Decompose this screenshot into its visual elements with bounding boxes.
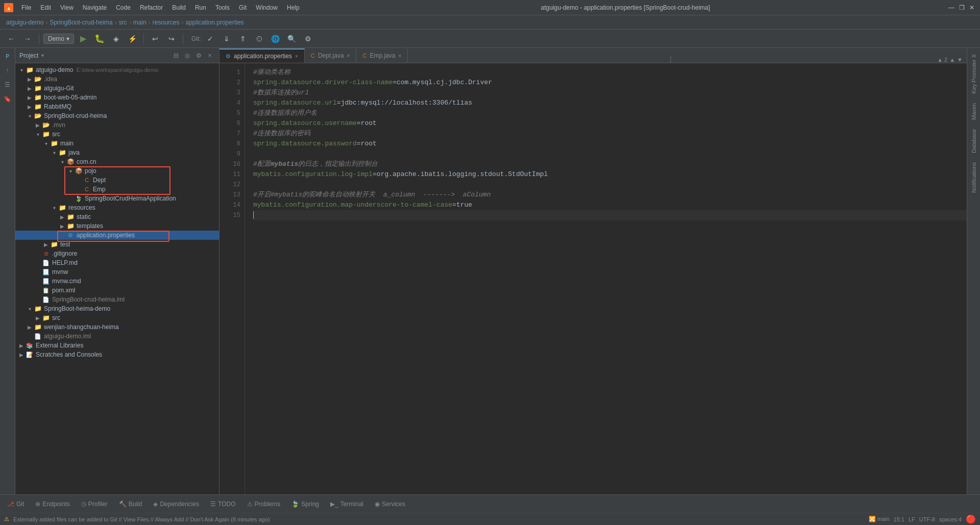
tree-item-springboot-crud[interactable]: ▾ 📂 SpringBoot-crud-heima: [15, 111, 219, 120]
nav-up[interactable]: ▲: [949, 57, 955, 63]
menu-build[interactable]: Build: [168, 3, 190, 12]
settings-button[interactable]: ⚙: [301, 32, 315, 46]
breadcrumb-module[interactable]: SpringBoot-crud-heima: [50, 19, 112, 26]
tree-item-root[interactable]: ▾ 📁 atguigu-demo E:\idea-workspace\atgui…: [15, 65, 219, 74]
right-panel-notifications[interactable]: Notifications: [971, 158, 977, 197]
bottom-tab-problems[interactable]: ⚠ Problems: [242, 498, 286, 510]
menu-edit[interactable]: Edit: [36, 3, 55, 12]
bottom-tab-dependencies[interactable]: ◈ Dependencies: [148, 498, 204, 510]
bottom-tab-terminal[interactable]: ▶_ Terminal: [325, 498, 369, 510]
redo-button[interactable]: ↪: [164, 32, 179, 46]
panel-settings[interactable]: ⚙: [193, 51, 204, 61]
tab-emp-java[interactable]: C Emp.java ×: [356, 48, 408, 63]
tree-item-mvnw[interactable]: ▶ 📃 mvnw: [15, 267, 219, 277]
forward-button[interactable]: →: [20, 32, 35, 46]
git-push-button[interactable]: ⇑: [236, 32, 250, 46]
undo-button[interactable]: ↩: [148, 32, 162, 46]
code-editor[interactable]: 1 2 3 4 5 6 7 8 9 10 11 12 13 14 15 #驱动类…: [219, 63, 967, 494]
line-sep[interactable]: LF: [909, 514, 915, 524]
window-controls[interactable]: — ❐ ✕: [947, 4, 976, 12]
tab-close-dept[interactable]: ×: [347, 53, 350, 59]
right-panel-key-promoter[interactable]: Key Promoter X: [971, 50, 977, 98]
commit-icon[interactable]: ↑: [2, 64, 14, 77]
tree-item-main[interactable]: ▾ 📁 main: [15, 139, 219, 148]
tree-item-atguigu-git[interactable]: ▶ 📁 atguigu-Git: [15, 84, 219, 93]
bottom-tab-todo[interactable]: ☰ TODO: [205, 498, 240, 510]
encoding[interactable]: UTF-8: [919, 514, 935, 524]
menu-bar[interactable]: File Edit View Navigate Code Refactor Bu…: [17, 3, 304, 12]
git-check-button[interactable]: ✓: [203, 32, 217, 46]
menu-code[interactable]: Code: [112, 3, 135, 12]
code-line-15[interactable]: [253, 210, 967, 220]
menu-view[interactable]: View: [56, 3, 78, 12]
back-button[interactable]: ←: [4, 32, 18, 46]
tree-item-src2[interactable]: ▶ 📁 src: [15, 313, 219, 322]
tree-item-mvn[interactable]: ▶ 📂 .mvn: [15, 120, 219, 130]
run-button[interactable]: ▶: [76, 32, 90, 46]
breadcrumb-src[interactable]: src: [119, 19, 127, 26]
structure-icon[interactable]: ☰: [2, 79, 14, 91]
panel-hide[interactable]: ×: [205, 51, 215, 61]
tree-item-src[interactable]: ▾ 📁 src: [15, 130, 219, 139]
tree-item-dept[interactable]: ▶ C Dept: [15, 176, 219, 185]
tree-item-ext-libs[interactable]: ▶ 📚 External Libraries: [15, 341, 219, 350]
tree-item-boot-web[interactable]: ▶ 📁 boot-web-05-admin: [15, 93, 219, 102]
bookmarks-icon[interactable]: 🔖: [2, 93, 14, 105]
menu-navigate[interactable]: Navigate: [79, 3, 111, 12]
menu-git[interactable]: Git: [235, 3, 251, 12]
project-icon[interactable]: P: [2, 50, 14, 62]
tree-item-templates[interactable]: ▶ 📁 templates: [15, 221, 219, 231]
debug-button[interactable]: 🐛: [92, 32, 107, 46]
tree-item-gitignore[interactable]: ▶ ⊘ .gitignore: [15, 249, 219, 258]
nav-down[interactable]: ▼: [957, 57, 963, 63]
bottom-tab-git[interactable]: ⎇ Git: [2, 498, 29, 510]
panel-locate[interactable]: ◎: [182, 51, 192, 61]
menu-window[interactable]: Window: [252, 3, 282, 12]
menu-file[interactable]: File: [17, 3, 35, 12]
tree-item-wenjian[interactable]: ▶ 📁 wenjian-shangchuan-heima: [15, 322, 219, 332]
tree-item-emp[interactable]: ▶ C Emp: [15, 185, 219, 194]
breadcrumb-main[interactable]: main: [133, 19, 146, 26]
breadcrumb-project[interactable]: atguigu-demo: [6, 19, 43, 26]
tab-app-props[interactable]: ⚙ application.properties ×: [219, 48, 305, 63]
git-status[interactable]: 🔀 main: [869, 514, 890, 524]
profile-button[interactable]: ⚡: [125, 32, 139, 46]
git-update-button[interactable]: ⇓: [219, 32, 234, 46]
tree-item-idea[interactable]: ▶ 📂 .idea: [15, 74, 219, 84]
bottom-tab-endpoints[interactable]: ⊕ Endpoints: [30, 498, 75, 510]
run-config-selector[interactable]: Demo ▾: [43, 34, 74, 44]
git-history-button[interactable]: ⏲: [252, 32, 266, 46]
tab-dept-java[interactable]: C Dept.java ×: [305, 48, 357, 63]
breadcrumb-file[interactable]: application.properties: [186, 19, 244, 26]
tree-item-mvnwcmd[interactable]: ▶ 📃 mvnw.cmd: [15, 277, 219, 286]
coverage-button[interactable]: ◈: [109, 32, 123, 46]
bottom-tab-spring[interactable]: 🍃 Spring: [286, 498, 324, 510]
menu-run[interactable]: Run: [191, 3, 210, 12]
search-button[interactable]: 🔍: [285, 32, 299, 46]
translate-button[interactable]: 🌐: [268, 32, 283, 46]
menu-tools[interactable]: Tools: [211, 3, 234, 12]
tree-item-resources[interactable]: ▾ 📁 resources: [15, 203, 219, 212]
bottom-tab-profiler[interactable]: ◷ Profiler: [76, 498, 113, 510]
panel-collapse-all[interactable]: ⊟: [171, 51, 181, 61]
tree-item-iml[interactable]: ▶ 📄 SpringBoot-crud-heima.iml: [15, 295, 219, 304]
tree-item-atguigu-iml[interactable]: ▶ 📄 atguigu-demo.iml: [15, 332, 219, 341]
line-col[interactable]: 15:1: [894, 514, 904, 524]
maximize-button[interactable]: ❐: [958, 4, 966, 12]
menu-refactor[interactable]: Refactor: [136, 3, 167, 12]
right-panel-database[interactable]: Database: [971, 125, 977, 157]
tree-item-pomxml[interactable]: ▶ 📋 pom.xml: [15, 286, 219, 295]
tree-item-static[interactable]: ▶ 📁 static: [15, 212, 219, 221]
tree-item-comcn[interactable]: ▾ 📦 com.cn: [15, 157, 219, 166]
project-tree[interactable]: ▾ 📁 atguigu-demo E:\idea-workspace\atgui…: [15, 63, 219, 494]
tree-item-helpmd[interactable]: ▶ 📄 HELP.md: [15, 258, 219, 267]
tree-item-test[interactable]: ▶ 📁 test: [15, 240, 219, 249]
tree-item-pojo[interactable]: ▾ 📦 pojo: [15, 166, 219, 176]
right-panel-maven[interactable]: Maven: [971, 99, 977, 124]
close-button[interactable]: ✕: [968, 4, 976, 12]
breadcrumb-resources[interactable]: resources: [153, 19, 180, 26]
tree-item-appprops[interactable]: ▶ ⚙ application.properties: [15, 231, 219, 240]
tree-item-java[interactable]: ▾ 📁 java: [15, 148, 219, 157]
tree-item-springbootapp[interactable]: ▶ 🍃 SpringBootCrudHeimaApplication: [15, 194, 219, 203]
tree-item-rabbitmq[interactable]: ▶ 📁 RabbitMQ: [15, 102, 219, 111]
